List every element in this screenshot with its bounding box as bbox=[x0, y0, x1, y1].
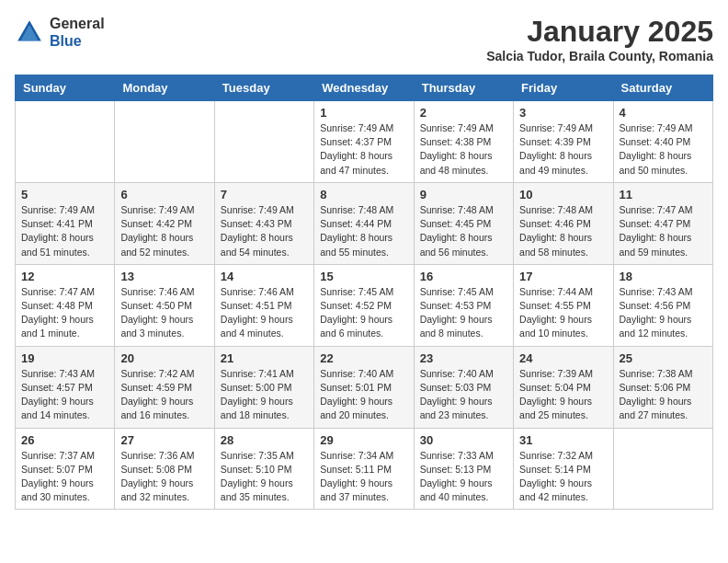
calendar-cell: 20Sunrise: 7:42 AM Sunset: 4:59 PM Dayli… bbox=[115, 346, 214, 428]
logo-blue-text: Blue bbox=[50, 32, 105, 50]
day-number: 20 bbox=[120, 351, 208, 365]
calendar-cell: 24Sunrise: 7:39 AM Sunset: 5:04 PM Dayli… bbox=[514, 346, 613, 428]
day-number: 11 bbox=[620, 188, 707, 201]
day-number: 31 bbox=[519, 433, 607, 447]
calendar-cell: 7Sunrise: 7:49 AM Sunset: 4:43 PM Daylig… bbox=[214, 182, 313, 264]
day-info: Sunrise: 7:36 AM Sunset: 5:08 PM Dayligh… bbox=[120, 449, 208, 505]
calendar-week-row: 19Sunrise: 7:43 AM Sunset: 4:57 PM Dayli… bbox=[16, 346, 713, 428]
day-number: 25 bbox=[620, 351, 707, 365]
day-number: 14 bbox=[221, 270, 308, 283]
calendar-cell: 19Sunrise: 7:43 AM Sunset: 4:57 PM Dayli… bbox=[16, 346, 115, 428]
day-info: Sunrise: 7:32 AM Sunset: 5:14 PM Dayligh… bbox=[519, 449, 607, 505]
day-number: 30 bbox=[420, 433, 507, 447]
day-number: 27 bbox=[120, 433, 208, 447]
logo-general-text: General bbox=[50, 15, 105, 32]
day-number: 15 bbox=[320, 270, 407, 283]
calendar-cell bbox=[214, 101, 313, 183]
day-info: Sunrise: 7:47 AM Sunset: 4:47 PM Dayligh… bbox=[620, 203, 707, 259]
header: General Blue January 2025 Salcia Tudor, … bbox=[15, 15, 713, 63]
calendar-cell bbox=[16, 101, 115, 183]
calendar-cell: 22Sunrise: 7:40 AM Sunset: 5:01 PM Dayli… bbox=[314, 346, 414, 428]
day-number: 29 bbox=[320, 433, 407, 447]
calendar-cell: 27Sunrise: 7:36 AM Sunset: 5:08 PM Dayli… bbox=[115, 428, 214, 510]
weekday-header-cell: Friday bbox=[514, 75, 613, 101]
calendar-cell: 15Sunrise: 7:45 AM Sunset: 4:52 PM Dayli… bbox=[314, 264, 414, 346]
day-info: Sunrise: 7:49 AM Sunset: 4:40 PM Dayligh… bbox=[620, 121, 707, 178]
day-info: Sunrise: 7:47 AM Sunset: 4:48 PM Dayligh… bbox=[21, 285, 108, 341]
calendar-week-row: 12Sunrise: 7:47 AM Sunset: 4:48 PM Dayli… bbox=[16, 264, 713, 346]
day-number: 16 bbox=[420, 270, 507, 283]
day-info: Sunrise: 7:43 AM Sunset: 4:56 PM Dayligh… bbox=[620, 285, 707, 341]
calendar-cell: 30Sunrise: 7:33 AM Sunset: 5:13 PM Dayli… bbox=[414, 428, 513, 510]
logo: General Blue bbox=[15, 15, 105, 50]
calendar-cell: 5Sunrise: 7:49 AM Sunset: 4:41 PM Daylig… bbox=[16, 182, 115, 264]
weekday-header-cell: Wednesday bbox=[314, 75, 414, 101]
day-number: 2 bbox=[420, 106, 507, 120]
calendar-cell: 31Sunrise: 7:32 AM Sunset: 5:14 PM Dayli… bbox=[514, 428, 613, 510]
calendar-week-row: 1Sunrise: 7:49 AM Sunset: 4:37 PM Daylig… bbox=[16, 101, 713, 183]
calendar-cell: 29Sunrise: 7:34 AM Sunset: 5:11 PM Dayli… bbox=[314, 428, 414, 510]
calendar-body: 1Sunrise: 7:49 AM Sunset: 4:37 PM Daylig… bbox=[16, 101, 713, 510]
day-number: 1 bbox=[320, 106, 407, 120]
day-info: Sunrise: 7:49 AM Sunset: 4:37 PM Dayligh… bbox=[320, 121, 407, 178]
day-number: 22 bbox=[320, 351, 407, 365]
calendar-cell: 26Sunrise: 7:37 AM Sunset: 5:07 PM Dayli… bbox=[16, 428, 115, 510]
day-info: Sunrise: 7:40 AM Sunset: 5:03 PM Dayligh… bbox=[420, 367, 507, 423]
calendar-cell: 25Sunrise: 7:38 AM Sunset: 5:06 PM Dayli… bbox=[613, 346, 712, 428]
calendar-cell bbox=[115, 101, 214, 183]
day-number: 13 bbox=[120, 270, 208, 283]
calendar-week-row: 5Sunrise: 7:49 AM Sunset: 4:41 PM Daylig… bbox=[16, 182, 713, 264]
day-number: 21 bbox=[221, 351, 308, 365]
day-number: 18 bbox=[620, 270, 707, 283]
calendar-cell: 11Sunrise: 7:47 AM Sunset: 4:47 PM Dayli… bbox=[613, 182, 712, 264]
weekday-header-cell: Saturday bbox=[613, 75, 712, 101]
day-info: Sunrise: 7:38 AM Sunset: 5:06 PM Dayligh… bbox=[620, 367, 707, 423]
day-info: Sunrise: 7:49 AM Sunset: 4:41 PM Dayligh… bbox=[21, 203, 108, 259]
calendar-cell: 18Sunrise: 7:43 AM Sunset: 4:56 PM Dayli… bbox=[613, 264, 712, 346]
calendar-cell: 12Sunrise: 7:47 AM Sunset: 4:48 PM Dayli… bbox=[16, 264, 115, 346]
calendar-cell: 4Sunrise: 7:49 AM Sunset: 4:40 PM Daylig… bbox=[613, 101, 712, 183]
weekday-header-cell: Thursday bbox=[414, 75, 513, 101]
calendar-cell: 10Sunrise: 7:48 AM Sunset: 4:46 PM Dayli… bbox=[514, 182, 613, 264]
day-number: 9 bbox=[420, 188, 507, 201]
calendar-cell: 8Sunrise: 7:48 AM Sunset: 4:44 PM Daylig… bbox=[314, 182, 414, 264]
logo-icon bbox=[15, 17, 44, 47]
calendar-cell: 13Sunrise: 7:46 AM Sunset: 4:50 PM Dayli… bbox=[115, 264, 214, 346]
day-info: Sunrise: 7:49 AM Sunset: 4:38 PM Dayligh… bbox=[420, 121, 507, 178]
day-number: 5 bbox=[21, 188, 108, 201]
calendar-cell: 9Sunrise: 7:48 AM Sunset: 4:45 PM Daylig… bbox=[414, 182, 513, 264]
day-info: Sunrise: 7:45 AM Sunset: 4:52 PM Dayligh… bbox=[320, 285, 407, 341]
day-info: Sunrise: 7:46 AM Sunset: 4:50 PM Dayligh… bbox=[120, 285, 208, 341]
day-number: 4 bbox=[620, 106, 707, 120]
day-number: 23 bbox=[420, 351, 507, 365]
weekday-header-row: SundayMondayTuesdayWednesdayThursdayFrid… bbox=[16, 75, 713, 101]
calendar-cell: 1Sunrise: 7:49 AM Sunset: 4:37 PM Daylig… bbox=[314, 101, 414, 183]
day-info: Sunrise: 7:35 AM Sunset: 5:10 PM Dayligh… bbox=[221, 449, 308, 505]
location-subtitle: Salcia Tudor, Braila County, Romania bbox=[486, 49, 713, 63]
day-number: 10 bbox=[519, 188, 607, 201]
day-number: 3 bbox=[519, 106, 607, 120]
day-info: Sunrise: 7:33 AM Sunset: 5:13 PM Dayligh… bbox=[420, 449, 507, 505]
day-number: 28 bbox=[221, 433, 308, 447]
weekday-header-cell: Tuesday bbox=[214, 75, 313, 101]
calendar-cell: 17Sunrise: 7:44 AM Sunset: 4:55 PM Dayli… bbox=[514, 264, 613, 346]
day-number: 26 bbox=[21, 433, 108, 447]
day-info: Sunrise: 7:40 AM Sunset: 5:01 PM Dayligh… bbox=[320, 367, 407, 423]
day-info: Sunrise: 7:34 AM Sunset: 5:11 PM Dayligh… bbox=[320, 449, 407, 505]
calendar-cell bbox=[613, 428, 712, 510]
day-info: Sunrise: 7:44 AM Sunset: 4:55 PM Dayligh… bbox=[519, 285, 607, 341]
calendar-cell: 3Sunrise: 7:49 AM Sunset: 4:39 PM Daylig… bbox=[514, 101, 613, 183]
day-info: Sunrise: 7:48 AM Sunset: 4:45 PM Dayligh… bbox=[420, 203, 507, 259]
calendar-cell: 2Sunrise: 7:49 AM Sunset: 4:38 PM Daylig… bbox=[414, 101, 513, 183]
calendar-cell: 21Sunrise: 7:41 AM Sunset: 5:00 PM Dayli… bbox=[214, 346, 313, 428]
weekday-header-cell: Monday bbox=[115, 75, 214, 101]
calendar-cell: 23Sunrise: 7:40 AM Sunset: 5:03 PM Dayli… bbox=[414, 346, 513, 428]
day-info: Sunrise: 7:41 AM Sunset: 5:00 PM Dayligh… bbox=[221, 367, 308, 423]
month-title: January 2025 bbox=[486, 15, 713, 49]
calendar-table: SundayMondayTuesdayWednesdayThursdayFrid… bbox=[15, 75, 713, 510]
weekday-header-cell: Sunday bbox=[16, 75, 115, 101]
calendar-cell: 6Sunrise: 7:49 AM Sunset: 4:42 PM Daylig… bbox=[115, 182, 214, 264]
calendar-cell: 14Sunrise: 7:46 AM Sunset: 4:51 PM Dayli… bbox=[214, 264, 313, 346]
day-info: Sunrise: 7:48 AM Sunset: 4:44 PM Dayligh… bbox=[320, 203, 407, 259]
day-number: 17 bbox=[519, 270, 607, 283]
